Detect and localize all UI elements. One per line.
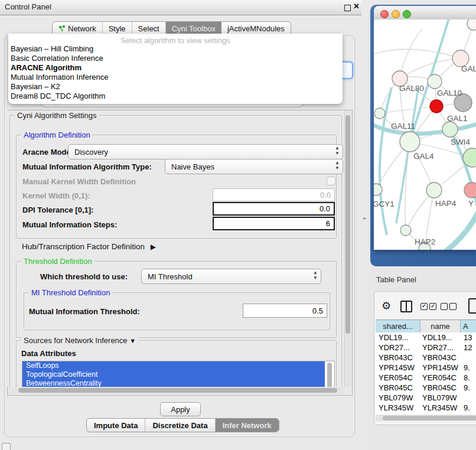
settings-viewport: Cyni Algorithm Settings Algorithm Defini…	[7, 110, 344, 387]
tab-impute-data[interactable]: Impute Data	[87, 419, 145, 432]
network-node[interactable]	[442, 122, 458, 137]
select-all-checkbox-icon[interactable]: ✓	[420, 303, 428, 310]
algorithm-option-4[interactable]: Bayesian – K2	[11, 82, 60, 91]
network-node[interactable]	[374, 108, 385, 119]
aracne-mode-combo[interactable]: Discovery ▲▼	[68, 144, 343, 159]
table-file-icon[interactable]	[468, 298, 476, 314]
mi-threshold-input[interactable]	[243, 304, 327, 318]
gear-icon[interactable]: ⚙	[382, 299, 391, 312]
sources-title: Sources for Network Inference ▼	[21, 336, 138, 345]
mi-threshold-definition-title: MI Threshold Definition	[29, 288, 112, 297]
column-header-partial[interactable]: A	[461, 320, 476, 333]
hub-definition-toggle[interactable]: Hub/Transcription Factor Definition ▶	[22, 242, 156, 251]
table-panel-card: ⚙ ✓ ✓ shared... name A YDL19...YDL19...1…	[374, 291, 476, 425]
bottom-tabbar: Impute Data Discretize Data Infer Networ…	[86, 418, 279, 432]
control-panel-title: Control Panel	[5, 2, 51, 11]
expanded-arrow-icon[interactable]: ▼	[129, 337, 136, 344]
svg-text:GAL1: GAL1	[447, 114, 468, 123]
tab-infer-network-label: Infer Network	[223, 421, 272, 430]
close-icon[interactable]: ✕	[353, 2, 360, 11]
list-item[interactable]: SelfLoops	[22, 361, 325, 370]
column-header-name[interactable]: name	[420, 320, 461, 333]
algorithm-option-2-selected[interactable]: ARACNE Algorithm	[11, 63, 81, 72]
column-header-shared[interactable]: shared...	[376, 320, 420, 333]
apply-button[interactable]: Apply	[160, 402, 201, 416]
mi-steps-label: Mutual Information Steps:	[22, 220, 117, 229]
aracne-mode-label: Aracne Mode:	[22, 148, 73, 156]
sources-title-text: Sources for Network Inference	[24, 336, 128, 345]
network-node[interactable]	[467, 19, 476, 30]
deselect-checkbox-icon[interactable]	[449, 303, 457, 310]
table-hscrollbar[interactable]	[376, 415, 476, 421]
mi-threshold-definition-group: MI Threshold Definition Mutual Informati…	[24, 292, 330, 330]
column-layout-icon[interactable]	[400, 301, 412, 312]
svg-text:Y: Y	[468, 199, 474, 208]
which-threshold-combo[interactable]: MI Threshold ▲▼	[141, 269, 321, 284]
network-node[interactable]	[400, 132, 420, 152]
svg-text:HAP2: HAP2	[415, 237, 435, 246]
network-window[interactable]: GAL GAL80 GAL10 GAL1 GAL11 SWI4 GAL4 GCY…	[374, 6, 476, 250]
settings-hscrollbar[interactable]	[8, 387, 344, 394]
cyni-algorithm-settings-group: Cyni Algorithm Settings Algorithm Defini…	[9, 115, 342, 387]
network-node-selected-red[interactable]	[430, 100, 443, 113]
settings-vscroll-thumb[interactable]	[345, 115, 350, 334]
network-node[interactable]	[426, 182, 442, 198]
mi-steps-input[interactable]	[213, 217, 335, 230]
svg-text:SWI4: SWI4	[451, 138, 470, 146]
mi-algorithm-type-label: Mutual Information Algorithm Type:	[22, 162, 152, 171]
hub-definition-label: Hub/Transcription Factor Definition	[22, 242, 145, 251]
manual-kernel-checkbox[interactable]	[327, 177, 335, 185]
list-vscrollbar[interactable]	[327, 363, 332, 387]
tab-cyni-toolbox[interactable]: Cyni Toolbox	[166, 22, 221, 35]
collapsed-arrow-icon: ▶	[151, 243, 156, 251]
select-all-checkbox-icon[interactable]: ✓	[429, 303, 436, 310]
table-body[interactable]: YDL19...YDL19...13 YDR27...YDR27...12 YB…	[376, 332, 476, 416]
tab-discretize-data-label: Discretize Data	[152, 421, 207, 430]
tab-network[interactable]: Network	[53, 22, 103, 35]
tab-infer-network[interactable]: Infer Network	[216, 419, 279, 432]
data-attributes-list[interactable]: SelfLoops TopologicalCoefficient Between…	[22, 361, 335, 387]
tab-jactivemnodules[interactable]: jActiveMNodules	[221, 22, 291, 35]
kernel-width-input[interactable]	[213, 188, 335, 201]
minimize-traffic-light-icon[interactable]	[392, 10, 400, 18]
network-node[interactable]	[400, 225, 411, 236]
cyni-algorithm-settings-title: Cyni Algorithm Settings	[15, 111, 99, 120]
table-hscroll-thumb[interactable]	[383, 416, 476, 420]
settings-hscroll-thumb[interactable]	[18, 388, 337, 393]
list-item[interactable]: BetweennessCentrality	[22, 379, 325, 387]
zoom-traffic-light-icon[interactable]	[403, 10, 411, 18]
deselect-checkbox-icon[interactable]	[441, 303, 448, 310]
tab-style-label: Style	[109, 24, 126, 33]
manual-kernel-label: Manual Kernel Width Definition	[22, 177, 136, 186]
close-traffic-light-icon[interactable]	[380, 10, 389, 18]
algorithm-option-1[interactable]: Basic Correlation Inference	[11, 54, 103, 63]
list-vscroll-thumb[interactable]	[327, 363, 332, 387]
which-threshold-value: MI Threshold	[148, 272, 193, 281]
tab-impute-data-label: Impute Data	[94, 421, 138, 430]
algorithm-option-3[interactable]: Mutual Information Inference	[11, 73, 108, 81]
network-node[interactable]	[464, 182, 476, 198]
algorithm-option-0[interactable]: Bayesian – Hill Climbing	[11, 44, 93, 53]
svg-text:GAL: GAL	[461, 64, 476, 73]
apply-button-label: Apply	[171, 405, 190, 414]
aracne-mode-value: Discovery	[74, 148, 108, 156]
network-canvas[interactable]: GAL GAL80 GAL10 GAL1 GAL11 SWI4 GAL4 GCY…	[374, 19, 476, 250]
threshold-definition-title: Threshold Definition	[21, 257, 94, 266]
algorithm-option-5[interactable]: Dream8 DC_TDC Algorithm	[11, 92, 105, 100]
float-window-icon[interactable]	[344, 5, 351, 11]
list-item[interactable]: TopologicalCoefficient	[22, 370, 325, 379]
algorithm-dropdown-popup: Select algorithm to view settings Bayesi…	[8, 34, 343, 104]
tab-select[interactable]: Select	[132, 22, 166, 35]
network-node[interactable]	[428, 74, 442, 89]
svg-text:GCY1: GCY1	[374, 200, 395, 208]
mini-window-icon[interactable]	[2, 443, 11, 450]
svg-text:HAP4: HAP4	[435, 199, 457, 208]
dpi-tolerance-input[interactable]	[213, 202, 335, 216]
mi-algorithm-type-value: Naive Bayes	[171, 162, 214, 171]
tab-discretize-data[interactable]: Discretize Data	[145, 419, 215, 432]
tab-style[interactable]: Style	[103, 22, 132, 35]
mi-algorithm-type-combo[interactable]: Naive Bayes ▲▼	[165, 159, 343, 174]
settings-vscrollbar[interactable]	[344, 110, 351, 387]
network-node[interactable]	[374, 184, 382, 195]
network-window-titlebar[interactable]	[374, 6, 476, 20]
